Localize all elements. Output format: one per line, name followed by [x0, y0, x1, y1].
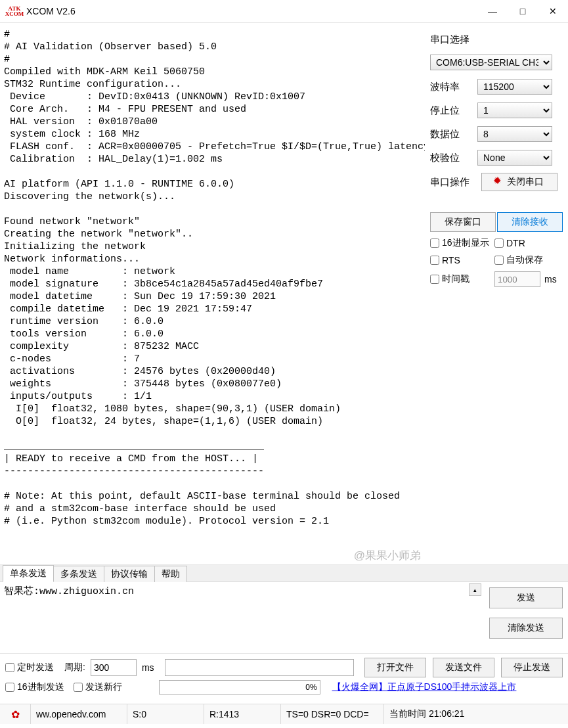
progress-text: 0% [305, 683, 317, 692]
minimize-button[interactable]: — [477, 0, 508, 22]
terminal-output[interactable]: # # AI Validation (Observer based) 5.0 #… [0, 23, 425, 564]
serial-select-label: 串口选择 [430, 34, 470, 46]
hex-display-checkbox[interactable]: 16进制显示 [430, 237, 494, 249]
dtr-checkbox[interactable]: DTR [494, 238, 525, 248]
terminal-text: # # AI Validation (Observer based) 5.0 #… [4, 29, 425, 527]
status-time: 当前时间 21:06:21 [384, 704, 568, 724]
progress-bar: 0% [159, 680, 320, 694]
timed-send-checkbox[interactable]: 定时发送 [5, 662, 54, 673]
status-sent: S:0 [127, 704, 204, 724]
timestamp-checkbox[interactable]: 时间戳 [430, 273, 494, 285]
main-content: # # AI Validation (Observer based) 5.0 #… [0, 23, 568, 564]
stop-select[interactable]: 1 [477, 102, 552, 118]
clear-send-button[interactable]: 清除发送 [489, 618, 563, 639]
maximize-button[interactable]: □ [508, 0, 538, 22]
status-flags: TS=0 DSR=0 DCD= [281, 704, 384, 724]
send-tabs: 单条发送 多条发送 协议传输 帮助 [0, 564, 568, 582]
data-label: 数据位 [430, 128, 477, 141]
send-file-button[interactable]: 发送文件 [433, 658, 494, 677]
close-serial-button[interactable]: 关闭串口 [481, 173, 557, 191]
send-newline-checkbox[interactable]: 发送新行 [74, 681, 122, 693]
tab-single-send[interactable]: 单条发送 [3, 565, 54, 582]
open-file-button[interactable]: 打开文件 [364, 658, 426, 677]
sun-icon [495, 178, 503, 186]
send-area: 智果芯:www.zhiguoxin.cn ▴ 发送 清除发送 [0, 582, 568, 654]
timestamp-ms-input[interactable] [494, 271, 540, 287]
data-select[interactable]: 8 [477, 126, 552, 142]
window-title: XCOM V2.6 [26, 6, 477, 16]
timestamp-interval: ms [494, 271, 557, 287]
parity-label: 校验位 [430, 152, 477, 164]
status-bar: ✿ ww.openedv.com S:0 R:1413 TS=0 DSR=0 D… [0, 704, 568, 724]
tab-protocol[interactable]: 协议传输 [104, 566, 155, 582]
stop-label: 停止位 [430, 104, 477, 117]
baud-label: 波特率 [430, 81, 477, 93]
options-row: 定时发送 周期: ms 打开文件 发送文件 停止发送 16进制发送 发送新行 0… [0, 654, 568, 704]
titlebar: ATK XCOM XCOM V2.6 — □ ✕ [0, 0, 568, 23]
autosave-checkbox[interactable]: 自动保存 [494, 254, 543, 266]
app-icon: ATK XCOM [7, 3, 22, 19]
period-ms: ms [142, 662, 154, 673]
promo-link[interactable]: 【火爆全网】正点原子DS100手持示波器上市 [332, 681, 563, 693]
scroll-up-icon[interactable]: ▴ [469, 583, 481, 596]
gear-icon[interactable]: ✿ [0, 704, 31, 724]
tab-help[interactable]: 帮助 [154, 566, 187, 582]
file-path-input[interactable] [165, 659, 354, 676]
period-input[interactable] [91, 659, 137, 676]
parity-select[interactable]: None [477, 150, 552, 166]
hex-send-checkbox[interactable]: 16进制发送 [5, 681, 64, 693]
send-textarea[interactable]: 智果芯:www.zhiguoxin.cn [0, 582, 483, 653]
tab-multi-send[interactable]: 多条发送 [53, 566, 104, 582]
serial-settings-panel: 串口选择 COM6:USB-SERIAL CH340 波特率 115200 停止… [425, 23, 568, 564]
save-window-button[interactable]: 保存窗口 [430, 212, 496, 232]
port-select[interactable]: COM6:USB-SERIAL CH340 [430, 55, 552, 70]
period-label: 周期: [64, 662, 85, 673]
send-button[interactable]: 发送 [489, 587, 563, 608]
close-button[interactable]: ✕ [538, 0, 568, 22]
clear-recv-button[interactable]: 清除接收 [497, 212, 563, 232]
serial-op-label: 串口操作 [430, 176, 477, 189]
rts-checkbox[interactable]: RTS [430, 255, 494, 265]
stop-send-button[interactable]: 停止发送 [501, 658, 563, 677]
baud-select[interactable]: 115200 [477, 79, 552, 95]
status-recv: R:1413 [204, 704, 281, 724]
watermark: @果果小师弟 [354, 549, 421, 562]
status-url[interactable]: ww.openedv.com [31, 704, 127, 724]
